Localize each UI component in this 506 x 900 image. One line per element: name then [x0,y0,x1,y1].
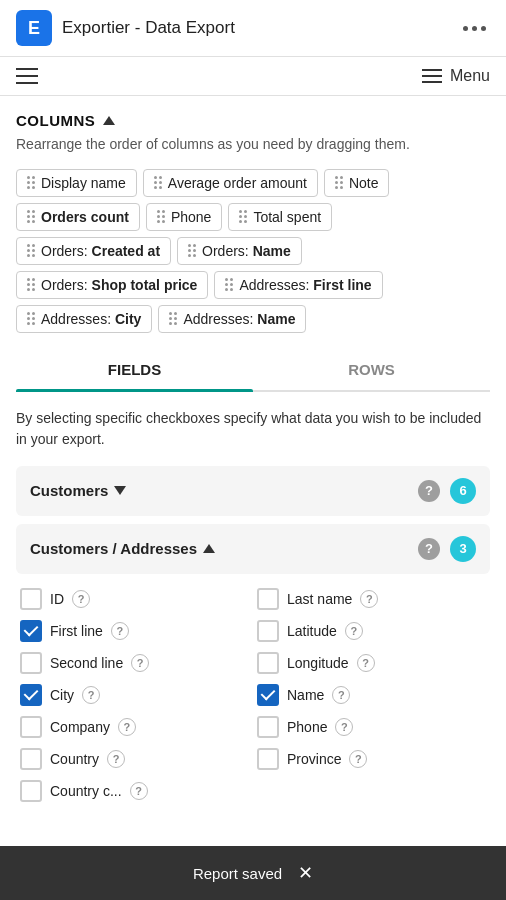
help-name[interactable]: ? [332,686,350,704]
tag-label: Orders count [41,209,129,225]
drag-handle-icon [239,210,247,223]
hamburger-line [16,82,38,84]
drag-handle-icon [169,312,177,325]
column-tag[interactable]: Average order amount [143,169,318,197]
tag-label: Phone [171,209,211,225]
dot-icon [472,26,477,31]
checkbox-city[interactable] [20,684,42,706]
field-phone: Phone ? [257,716,486,738]
drag-handle-icon [27,278,35,291]
checkbox-phone[interactable] [257,716,279,738]
drag-handle-icon [335,176,343,189]
field-country-code: Country c... ? [20,780,249,802]
drag-handle-icon [27,176,35,189]
field-province: Province ? [257,748,486,770]
help-country[interactable]: ? [107,750,125,768]
count-badge: 6 [450,478,476,504]
group-header-left: Customers [30,482,126,499]
drag-handle-icon [188,244,196,257]
columns-section-header: COLUMNS [16,112,490,129]
columns-description: Rearrange the order of columns as you ne… [16,135,490,155]
help-country-code[interactable]: ? [130,782,148,800]
tag-label: Orders: Created at [41,243,160,259]
help-id[interactable]: ? [72,590,90,608]
checkbox-name[interactable] [257,684,279,706]
tab-fields[interactable]: FIELDS [16,349,253,390]
app-branding: E Exportier - Data Export [16,10,235,46]
dot-icon [481,26,486,31]
group-header-right: ? 6 [418,478,476,504]
menu-line [422,69,442,71]
more-options-button[interactable] [459,22,490,35]
checkbox-id[interactable] [20,588,42,610]
help-first-line[interactable]: ? [111,622,129,640]
checkbox-country[interactable] [20,748,42,770]
tag-label: Addresses: City [41,311,141,327]
drag-handle-icon [157,210,165,223]
checkbox-first-line[interactable] [20,620,42,642]
help-icon[interactable]: ? [418,480,440,502]
tag-label: Addresses: Name [183,311,295,327]
menu-button[interactable]: Menu [422,67,490,85]
addresses-fields-grid: ID ? Last name ? First line ? Latitude ?… [16,582,490,816]
checkbox-second-line[interactable] [20,652,42,674]
help-company[interactable]: ? [118,718,136,736]
help-last-name[interactable]: ? [360,590,378,608]
tag-label: Note [349,175,379,191]
hamburger-line [16,68,38,70]
collapse-icon[interactable] [103,116,115,125]
column-tag[interactable]: Addresses: City [16,305,152,333]
field-company: Company ? [20,716,249,738]
checkbox-latitude[interactable] [257,620,279,642]
help-province[interactable]: ? [349,750,367,768]
field-label-country: Country [50,751,99,767]
tag-label: Addresses: First line [239,277,371,293]
tag-label: Average order amount [168,175,307,191]
field-city: City ? [20,684,249,706]
group-header-right: ? 3 [418,536,476,562]
column-tag[interactable]: Total spent [228,203,332,231]
count-badge: 3 [450,536,476,562]
checkbox-country-code[interactable] [20,780,42,802]
tabs: FIELDS ROWS [16,349,490,392]
fields-description: By selecting specific checkboxes specify… [16,408,490,450]
customers-group-label: Customers [30,482,108,499]
columns-title: COLUMNS [16,112,95,129]
help-second-line[interactable]: ? [131,654,149,672]
tag-label: Orders: Name [202,243,291,259]
help-latitude[interactable]: ? [345,622,363,640]
column-tag[interactable]: Orders: Created at [16,237,171,265]
column-tag[interactable]: Phone [146,203,222,231]
help-phone[interactable]: ? [335,718,353,736]
group-header-left: Customers / Addresses [30,540,215,557]
customers-group-header[interactable]: Customers ? 6 [16,466,490,516]
checkbox-company[interactable] [20,716,42,738]
hamburger-line [16,75,38,77]
customers-addresses-group-header[interactable]: Customers / Addresses ? 3 [16,524,490,574]
collapse-icon [203,544,215,553]
column-tag[interactable]: Orders count [16,203,140,231]
field-second-line: Second line ? [20,652,249,674]
tag-label: Display name [41,175,126,191]
checkbox-last-name[interactable] [257,588,279,610]
toast-close-button[interactable]: ✕ [298,862,313,884]
column-tag[interactable]: Note [324,169,390,197]
help-longitude[interactable]: ? [357,654,375,672]
column-tag[interactable]: Orders: Shop total price [16,271,208,299]
checkbox-province[interactable] [257,748,279,770]
drag-handle-icon [225,278,233,291]
sidebar-toggle-button[interactable] [16,68,38,84]
column-tag[interactable]: Display name [16,169,137,197]
column-tag[interactable]: Orders: Name [177,237,302,265]
column-tag[interactable]: Addresses: Name [158,305,306,333]
field-label-first-line: First line [50,623,103,639]
app-title: Exportier - Data Export [62,18,235,38]
field-label-last-name: Last name [287,591,352,607]
tab-rows[interactable]: ROWS [253,349,490,390]
nav-bar: Menu [0,57,506,96]
help-city[interactable]: ? [82,686,100,704]
help-icon[interactable]: ? [418,538,440,560]
column-tag[interactable]: Addresses: First line [214,271,382,299]
checkbox-longitude[interactable] [257,652,279,674]
top-bar: E Exportier - Data Export [0,0,506,57]
